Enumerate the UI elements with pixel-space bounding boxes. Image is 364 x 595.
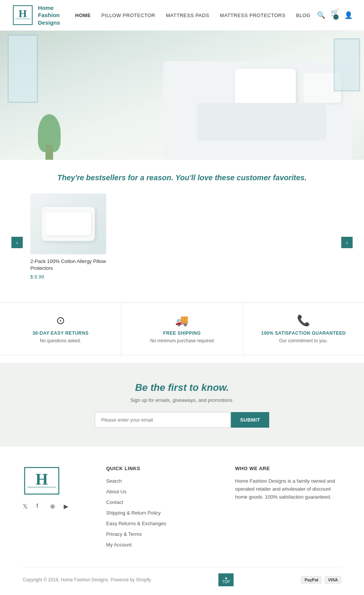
- footer-quick-links: QUICK LINKS Search About Us Contact Ship…: [106, 466, 212, 552]
- submit-button[interactable]: SUBMIT: [231, 412, 269, 428]
- who-we-are-heading: WHO WE ARE: [235, 466, 341, 471]
- email-input[interactable]: [95, 412, 231, 428]
- copyright-text: Copyright © 2018, Home Fashion Designs. …: [23, 577, 151, 582]
- footer-link-contact[interactable]: Contact: [106, 499, 123, 505]
- nav-mattress-protectors[interactable]: MATTRESS PROTECTORS: [220, 13, 286, 18]
- footer-link-privacy[interactable]: Privacy & Terms: [106, 531, 142, 537]
- payment-icons: PayPal VISA: [301, 576, 341, 584]
- guarantee-desc: Our commitment to you.: [251, 338, 356, 343]
- newsletter-heading: Be the first to know.: [8, 382, 356, 394]
- shipping-icon: 🚚: [129, 314, 235, 327]
- newsletter-form: SUBMIT: [95, 412, 269, 428]
- shipping-desc: No minimum purchase required: [129, 338, 235, 343]
- guarantee-title: 100% Satisfaction Guaranteed: [251, 331, 356, 336]
- visa-icon: VISA: [325, 576, 341, 584]
- logo-icon: H: [11, 4, 34, 27]
- list-item: Search: [106, 477, 212, 484]
- quick-links-list: Search About Us Contact Shipping & Retur…: [106, 477, 212, 548]
- footer-link-shipping[interactable]: Shipping & Return Policy: [106, 510, 161, 516]
- product-image: [30, 194, 106, 254]
- carousel-inner: 2-Pack 100% Cotton Allergy Pillow Protec…: [11, 194, 353, 280]
- nav-mattress-pads[interactable]: MATTRESS PADS: [166, 13, 209, 18]
- quick-links-heading: QUICK LINKS: [106, 466, 212, 471]
- feature-returns: ⊙ 30-DAY EASY RETURNS No questions asked…: [0, 303, 121, 355]
- svg-rect-2: [15, 18, 30, 19]
- list-item: Easy Returns & Exchanges: [106, 520, 212, 527]
- returns-desc: No questions asked.: [8, 338, 113, 343]
- who-we-are-text: Home Fashion Designs is a family owned a…: [235, 477, 341, 501]
- instagram-icon[interactable]: ⊕: [50, 503, 58, 511]
- shipping-title: FREE SHIPPING: [129, 331, 235, 336]
- header: H Home Fashion Designs HOME PILLOW PROTE…: [0, 0, 364, 31]
- nav-pillow-protector[interactable]: PILLOW PROTECTOR: [101, 13, 155, 18]
- header-icons: 🔍 🛒 0 👤: [317, 8, 353, 22]
- returns-title: 30-DAY EASY RETURNS: [8, 331, 113, 336]
- feature-guarantee: 📞 100% Satisfaction Guaranteed Our commi…: [243, 303, 364, 355]
- facebook-icon[interactable]: f: [36, 503, 45, 511]
- footer: H 𝕏 f ⊕ ▶ QUICK LINKS Search About Us Co…: [0, 447, 364, 594]
- svg-text:H: H: [19, 8, 27, 19]
- pillow-image-sim: [42, 207, 95, 241]
- back-to-top-button[interactable]: ▲ TOP: [218, 573, 234, 586]
- footer-link-about[interactable]: About Us: [106, 489, 126, 494]
- svg-rect-5: [27, 486, 56, 488]
- tagline-section: They're bestsellers for a reason. You'll…: [0, 160, 364, 190]
- footer-top: H 𝕏 f ⊕ ▶ QUICK LINKS Search About Us Co…: [23, 466, 341, 552]
- guarantee-icon: 📞: [251, 314, 356, 327]
- features-section: ⊙ 30-DAY EASY RETURNS No questions asked…: [0, 302, 364, 355]
- carousel-prev-button[interactable]: ‹: [11, 237, 23, 248]
- tagline-text: They're bestsellers for a reason. You'll…: [8, 173, 356, 182]
- product-title: 2-Pack 100% Cotton Allergy Pillow Protec…: [30, 258, 106, 272]
- product-price: $ 8.99: [30, 274, 106, 280]
- logo-area[interactable]: H Home Fashion Designs: [11, 4, 60, 27]
- list-item: Privacy & Terms: [106, 530, 212, 537]
- list-item: Contact: [106, 499, 212, 505]
- carousel-next-button[interactable]: ›: [341, 237, 353, 248]
- hero-image: [0, 31, 364, 160]
- footer-bottom: Copyright © 2018, Home Fashion Designs. …: [23, 567, 341, 586]
- main-nav: HOME PILLOW PROTECTOR MATTRESS PADS MATT…: [75, 13, 317, 18]
- list-item: About Us: [106, 488, 212, 495]
- newsletter-subtext: Sign up for emails, giveaways, and promo…: [8, 397, 356, 403]
- youtube-icon[interactable]: ▶: [64, 503, 72, 511]
- nav-blog[interactable]: BLOG: [296, 13, 311, 18]
- hero-section: [0, 31, 364, 160]
- footer-link-account[interactable]: My Account: [106, 542, 132, 548]
- account-icon[interactable]: 👤: [344, 11, 353, 19]
- twitter-icon[interactable]: 𝕏: [23, 503, 31, 511]
- list-item: Shipping & Return Policy: [106, 509, 212, 516]
- footer-link-returns[interactable]: Easy Returns & Exchanges: [106, 521, 166, 526]
- footer-who-we-are: WHO WE ARE Home Fashion Designs is a fam…: [235, 466, 341, 552]
- footer-logo-area: H 𝕏 f ⊕ ▶: [23, 466, 83, 552]
- footer-link-search[interactable]: Search: [106, 478, 122, 484]
- social-icons: 𝕏 f ⊕ ▶: [23, 503, 83, 511]
- svg-text:H: H: [36, 471, 48, 488]
- footer-logo-icon: H: [23, 466, 61, 496]
- logo-text: Home Fashion Designs: [38, 4, 60, 27]
- nav-home[interactable]: HOME: [75, 13, 91, 18]
- cart-icon[interactable]: 🛒 0: [331, 8, 339, 22]
- list-item: My Account: [106, 541, 212, 548]
- search-icon[interactable]: 🔍: [317, 11, 325, 19]
- product-card[interactable]: 2-Pack 100% Cotton Allergy Pillow Protec…: [30, 194, 106, 280]
- cart-badge: 0: [333, 14, 339, 20]
- carousel-section: ‹ 2-Pack 100% Cotton Allergy Pillow Prot…: [0, 190, 364, 295]
- feature-shipping: 🚚 FREE SHIPPING No minimum purchase requ…: [121, 303, 243, 355]
- newsletter-section: Be the first to know. Sign up for emails…: [0, 363, 364, 447]
- paypal-icon: PayPal: [301, 576, 322, 584]
- returns-icon: ⊙: [8, 314, 113, 327]
